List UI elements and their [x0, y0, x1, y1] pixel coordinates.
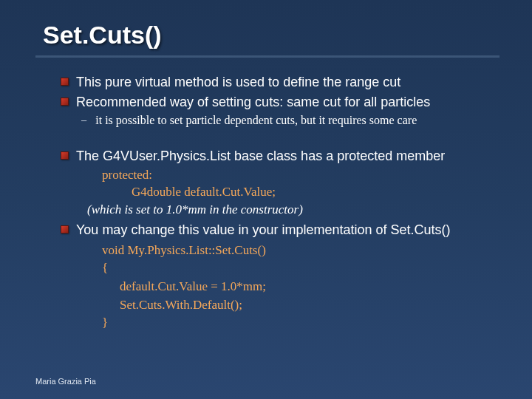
slide-content: This pure virtual method is used to defi…	[43, 74, 497, 332]
code-line: void My.Physics.List::Set.Cuts()	[102, 242, 497, 260]
bullet-text: Recommended way of setting cuts: same cu…	[76, 94, 430, 111]
code-line: {	[102, 259, 497, 278]
title-underline	[35, 55, 499, 58]
bullet-text: it is possible to set particle dependent…	[95, 113, 417, 129]
bullet-text: The G4VUser.Physics.List base class has …	[76, 148, 445, 165]
dash-icon: –	[81, 115, 86, 126]
bullet-text: You may change this value in your implem…	[76, 222, 451, 239]
code-line: Set.Cuts.With.Default();	[102, 296, 497, 315]
bullet-level2: – it is possible to set particle depende…	[81, 113, 497, 129]
code-snippet: protected: G4double default.Cut.Value;	[102, 167, 497, 201]
footer-author: Maria Grazia Pia	[35, 377, 96, 386]
code-line: G4double default.Cut.Value;	[102, 184, 497, 201]
bullet-box-icon	[61, 225, 69, 233]
slide: Set.Cuts() This pure virtual method is u…	[0, 0, 532, 332]
note-text: (which is set to 1.0*mm in the construct…	[87, 202, 497, 217]
code-line: protected:	[102, 167, 497, 184]
slide-title: Set.Cuts()	[43, 21, 497, 50]
bullet-level1: Recommended way of setting cuts: same cu…	[61, 94, 497, 111]
bullet-box-icon	[61, 78, 69, 86]
bullet-box-icon	[61, 98, 69, 106]
bullet-level1: This pure virtual method is used to defi…	[61, 74, 497, 91]
code-line: }	[102, 314, 497, 332]
bullet-level1: The G4VUser.Physics.List base class has …	[61, 148, 497, 165]
bullet-level1: You may change this value in your implem…	[61, 222, 497, 239]
code-line: default.Cut.Value = 1.0*mm;	[102, 278, 497, 296]
bullet-text: This pure virtual method is used to defi…	[76, 74, 400, 91]
code-snippet: void My.Physics.List::Set.Cuts() { defau…	[102, 242, 497, 332]
bullet-box-icon	[61, 151, 69, 160]
